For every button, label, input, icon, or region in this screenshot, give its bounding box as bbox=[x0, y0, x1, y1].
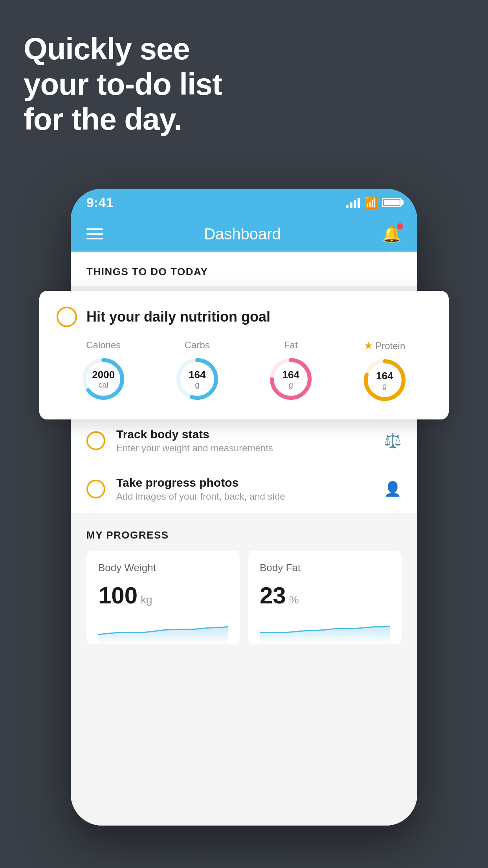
carbs-unit: g bbox=[195, 380, 199, 389]
body-weight-card[interactable]: Body Weight 100 kg bbox=[86, 551, 240, 644]
body-weight-chart bbox=[98, 617, 228, 644]
protein-label: ★ Protein bbox=[364, 340, 405, 352]
scale-icon: ⚖️ bbox=[384, 432, 402, 449]
body-weight-unit: kg bbox=[141, 594, 152, 606]
body-fat-number: 23 bbox=[260, 582, 286, 609]
notification-bell-icon[interactable]: 🔔 bbox=[382, 225, 402, 243]
protein-unit: g bbox=[382, 381, 387, 390]
fat-donut: 164 g bbox=[267, 355, 314, 403]
hero-line1: Quickly see bbox=[24, 31, 222, 67]
fat-unit: g bbox=[289, 380, 293, 389]
status-time: 9:41 bbox=[86, 195, 113, 210]
phone-mockup: 9:41 📶 Dashboard 🔔 bbox=[71, 189, 417, 826]
todo-sub-body-stats: Enter your weight and measurements bbox=[116, 443, 373, 454]
carbs-value: 164 bbox=[189, 369, 205, 381]
star-icon: ★ bbox=[364, 340, 373, 352]
signal-icon bbox=[346, 197, 360, 208]
battery-icon bbox=[382, 198, 402, 207]
progress-cards: Body Weight 100 kg bbox=[86, 551, 402, 644]
stat-calories: Calories 2000 cal bbox=[80, 340, 127, 403]
calories-donut: 2000 cal bbox=[80, 355, 127, 403]
nav-title: Dashboard bbox=[204, 225, 281, 243]
nutrition-checkbox[interactable] bbox=[57, 307, 77, 327]
calories-label: Calories bbox=[86, 340, 121, 351]
things-header: THINGS TO DO TODAY bbox=[71, 252, 417, 286]
body-fat-value: 23 % bbox=[260, 582, 390, 609]
calories-unit: cal bbox=[98, 380, 108, 389]
todo-item-photos[interactable]: Take progress photos Add images of your … bbox=[71, 465, 417, 513]
todo-text-body-stats: Track body stats Enter your weight and m… bbox=[116, 428, 373, 454]
body-weight-number: 100 bbox=[98, 582, 138, 609]
todo-text-photos: Take progress photos Add images of your … bbox=[116, 476, 373, 502]
nav-bar: Dashboard 🔔 bbox=[71, 216, 417, 252]
fat-label: Fat bbox=[284, 340, 298, 351]
protein-value: 164 bbox=[376, 370, 393, 382]
menu-button[interactable] bbox=[86, 228, 103, 239]
hero-line2: your to-do list bbox=[24, 67, 222, 102]
carbs-label: Carbs bbox=[185, 340, 210, 351]
wifi-icon: 📶 bbox=[364, 196, 378, 209]
stat-protein: ★ Protein 164 g bbox=[361, 340, 408, 404]
stat-carbs: Carbs 164 g bbox=[174, 340, 221, 403]
body-fat-unit: % bbox=[289, 594, 299, 606]
body-fat-label: Body Fat bbox=[260, 562, 390, 574]
fat-value: 164 bbox=[283, 369, 299, 381]
hero-text: Quickly see your to-do list for the day. bbox=[24, 31, 222, 137]
todo-item-body-stats[interactable]: Track body stats Enter your weight and m… bbox=[71, 417, 417, 465]
todo-checkbox-photos[interactable] bbox=[86, 480, 105, 498]
protein-label-text: Protein bbox=[375, 340, 405, 351]
body-fat-card[interactable]: Body Fat 23 % bbox=[248, 551, 402, 644]
nutrition-stats: Calories 2000 cal Carbs bbox=[57, 340, 431, 404]
nutrition-card[interactable]: Hit your daily nutrition goal Calories 2… bbox=[39, 291, 449, 419]
stat-fat: Fat 164 g bbox=[267, 340, 314, 403]
status-icons: 📶 bbox=[346, 196, 402, 209]
protein-donut: 164 g bbox=[361, 357, 408, 404]
todo-sub-photos: Add images of your front, back, and side bbox=[116, 491, 373, 502]
progress-section: MY PROGRESS Body Weight 100 kg bbox=[71, 513, 417, 652]
todo-main-photos: Take progress photos bbox=[116, 476, 373, 489]
nutrition-card-title: Hit your daily nutrition goal bbox=[86, 309, 270, 325]
todo-main-body-stats: Track body stats bbox=[116, 428, 373, 441]
camera-icon: 👤 bbox=[384, 481, 402, 497]
progress-title: MY PROGRESS bbox=[86, 529, 402, 541]
calories-value: 2000 bbox=[92, 369, 115, 381]
body-weight-label: Body Weight bbox=[98, 562, 228, 574]
status-bar: 9:41 📶 bbox=[71, 189, 417, 216]
todo-checkbox-body-stats[interactable] bbox=[86, 431, 105, 450]
carbs-donut: 164 g bbox=[174, 355, 221, 403]
body-fat-chart bbox=[260, 617, 390, 644]
nutrition-card-header: Hit your daily nutrition goal bbox=[57, 307, 431, 327]
things-title: THINGS TO DO TODAY bbox=[86, 266, 208, 278]
hero-line3: for the day. bbox=[24, 102, 222, 137]
body-weight-value: 100 kg bbox=[98, 582, 228, 609]
notification-dot bbox=[397, 223, 403, 230]
